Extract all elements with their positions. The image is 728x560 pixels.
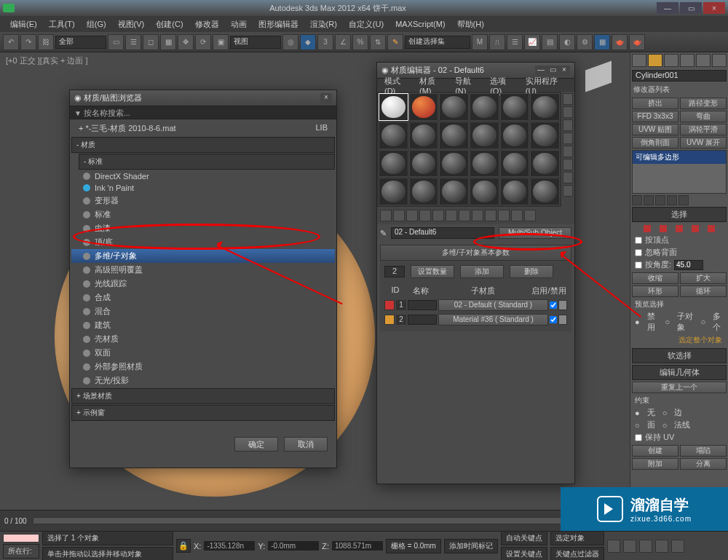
spinner-snap-icon[interactable]: ⇅: [370, 34, 386, 50]
menu-help[interactable]: 帮助(H): [451, 17, 490, 32]
render-setup-icon[interactable]: ⚙: [577, 34, 593, 50]
menu-modifiers[interactable]: 修改器: [189, 17, 225, 32]
add-sub-button[interactable]: 添加: [460, 265, 504, 278]
menu-edit[interactable]: 编辑(E): [4, 17, 43, 32]
mat-browser-close-icon[interactable]: ×: [320, 93, 332, 103]
sel-filter-label[interactable]: 选定对象: [550, 531, 604, 545]
select-by-mat-icon[interactable]: [563, 185, 573, 197]
sample-slot-19[interactable]: [379, 178, 408, 205]
menu-animation[interactable]: 动画: [225, 17, 253, 32]
mat-item-[interactable]: 顶/底: [71, 235, 335, 249]
btn-grow[interactable]: 扩大: [680, 272, 727, 284]
addtime-label[interactable]: 添加时间标记: [444, 539, 498, 553]
sample-slot-4[interactable]: [470, 93, 499, 121]
sample-slot-15[interactable]: [439, 150, 469, 178]
sample-slot-16[interactable]: [470, 150, 499, 178]
reset-map-icon[interactable]: [419, 210, 431, 221]
unique-icon[interactable]: [655, 195, 665, 205]
btn-turbosmooth[interactable]: 涡轮平滑: [680, 124, 727, 135]
sample-slot-11[interactable]: [500, 122, 530, 149]
sample-slot-13[interactable]: [379, 150, 408, 178]
menu-maxscript[interactable]: MAXScript(M): [389, 17, 451, 31]
sample-slot-3[interactable]: [439, 93, 469, 121]
modifier-list-label[interactable]: 修改器列表: [632, 83, 727, 96]
btn-shrink[interactable]: 收缩: [632, 272, 678, 284]
show-map-icon[interactable]: [485, 210, 496, 221]
sub-swatch[interactable]: [384, 300, 395, 310]
rollout-selection[interactable]: 选择: [632, 207, 727, 222]
video-check-icon[interactable]: [563, 146, 573, 157]
mat-item-[interactable]: 变形器: [71, 194, 335, 208]
material-name-field[interactable]: 02 - Default6: [391, 227, 494, 239]
sample-slot-1[interactable]: [379, 93, 408, 121]
rollout-editgeo[interactable]: 编辑几何体: [632, 365, 727, 380]
angle-spinner[interactable]: [674, 260, 703, 270]
menu-grapheditors[interactable]: 图形编辑器: [253, 17, 304, 32]
material-type-button[interactable]: Multi/Sub-Object: [499, 227, 571, 239]
sample-slot-12[interactable]: [530, 122, 560, 149]
mat-item-[interactable]: 高级照明覆盖: [71, 263, 335, 277]
mat-item-directxshader[interactable]: DirectX Shader: [71, 170, 335, 182]
btn-attach[interactable]: 附加: [632, 458, 678, 470]
utilities-tab-icon[interactable]: [712, 54, 727, 67]
stack-item-editpoly[interactable]: 可编辑多边形: [633, 151, 726, 164]
mat-item-[interactable]: 外部参照材质: [71, 360, 335, 374]
sample-slot-8[interactable]: [409, 122, 439, 149]
schematic-view-icon[interactable]: ▤: [542, 34, 558, 50]
make-copy-icon[interactable]: [432, 210, 444, 221]
sample-slot-18[interactable]: [530, 150, 560, 178]
subobj-border-icon[interactable]: [676, 225, 683, 232]
btn-ffd[interactable]: FFD 3x3x3: [632, 111, 678, 122]
rendered-frame-icon[interactable]: ▦: [594, 34, 610, 50]
mat-item-[interactable]: 标准: [71, 208, 335, 221]
close-button[interactable]: ×: [703, 2, 725, 14]
radio-off[interactable]: 禁用: [647, 311, 658, 333]
menu-create[interactable]: 创建(C): [150, 17, 189, 32]
grp-sample-slots[interactable]: + 示例窗: [71, 405, 335, 421]
goto-start-icon[interactable]: [607, 540, 620, 553]
mat-item-[interactable]: 合成: [71, 291, 335, 304]
btn-loop[interactable]: 循环: [680, 285, 727, 297]
btn-detach[interactable]: 分离: [680, 458, 727, 470]
sub-enable-checkbox[interactable]: [550, 301, 557, 309]
bg-icon[interactable]: [563, 119, 573, 131]
setkey-button[interactable]: 设置关键点: [501, 547, 547, 561]
sub-id[interactable]: 1: [396, 300, 406, 310]
sample-slot-10[interactable]: [470, 122, 499, 149]
sample-slot-17[interactable]: [500, 150, 530, 178]
menu-view[interactable]: 视图(V): [112, 17, 151, 32]
set-count-button[interactable]: 设置数量: [411, 265, 454, 278]
render-prod-icon[interactable]: 🫖: [629, 34, 645, 50]
put-to-lib-icon[interactable]: [459, 210, 470, 221]
mat-browser-cancel[interactable]: 取消: [284, 437, 328, 451]
radio-constraint-edge[interactable]: 边: [674, 407, 682, 418]
sub-enable-checkbox[interactable]: [550, 316, 557, 323]
eyedropper-icon[interactable]: ✎: [380, 229, 387, 238]
show-end-result-icon[interactable]: [498, 210, 510, 221]
marquee-rect-icon[interactable]: ◻: [143, 34, 159, 50]
key-filter-button[interactable]: 关键点过滤器: [550, 547, 604, 561]
grp-standard[interactable]: - 标准: [79, 154, 335, 170]
sample-slot-21[interactable]: [439, 178, 469, 205]
mat-item-[interactable]: 壳材质: [71, 332, 335, 346]
material-editor-icon[interactable]: ◐: [559, 34, 575, 50]
sample-slot-20[interactable]: [409, 178, 439, 205]
btn-extrude[interactable]: 挤出: [632, 98, 678, 109]
backlight-icon[interactable]: [563, 106, 573, 118]
sub-count-field[interactable]: 2: [384, 266, 405, 277]
chk-by-vertex[interactable]: [635, 237, 642, 244]
prev-frame-icon[interactable]: [623, 540, 636, 553]
edit-named-sel-icon[interactable]: ✎: [387, 34, 403, 50]
menu-render[interactable]: 渲染(R): [304, 17, 343, 32]
snap-toggle-icon[interactable]: 3: [317, 34, 333, 50]
mat-item-[interactable]: 光线跟踪: [71, 277, 335, 291]
sub-id[interactable]: 2: [396, 315, 406, 325]
radio-constraint-normal[interactable]: 法线: [674, 419, 690, 430]
rollout-softselect[interactable]: 软选择: [632, 348, 727, 363]
configure-icon[interactable]: [678, 195, 689, 205]
play-icon[interactable]: [639, 540, 652, 553]
sample-slot-22[interactable]: [470, 178, 499, 205]
mat-item-[interactable]: 混合: [71, 304, 335, 318]
sample-slot-7[interactable]: [379, 122, 408, 149]
menu-group[interactable]: 组(G): [81, 17, 112, 32]
